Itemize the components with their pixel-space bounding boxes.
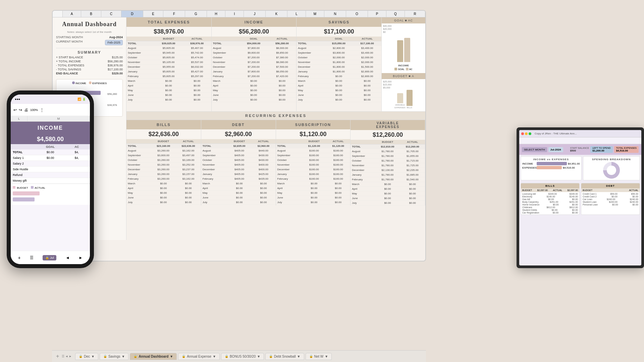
tab-debt-snowball[interactable]: 🔒 Debt Snowball ▼ bbox=[265, 353, 304, 360]
phone-total-row: TOTAL $0.00 $4, bbox=[11, 149, 90, 155]
income-header-row: GOAL ACTUAL bbox=[212, 37, 297, 41]
table-row: January$405.00$425.00 bbox=[201, 172, 276, 177]
actual-legend-label: ACTUAL bbox=[35, 186, 45, 189]
table-row: April$0.00$0.00 bbox=[351, 187, 425, 191]
inc-col2: ACTUAL bbox=[268, 37, 297, 41]
donut-hole bbox=[607, 166, 616, 175]
chart-legend: INCOME EXPENSES bbox=[58, 81, 120, 85]
close-button[interactable] bbox=[521, 132, 524, 135]
te-col1: BUDGET bbox=[154, 37, 183, 41]
table-row: July$0.00$0.00 bbox=[126, 98, 211, 102]
table-row: April$0.00$0.00 bbox=[276, 186, 351, 191]
col-n: N bbox=[324, 11, 346, 17]
bills-header: BILLS bbox=[126, 120, 201, 129]
phone-chart-area: BUDGET ACTUAL bbox=[11, 184, 90, 205]
expenses-legend: EXPENSES bbox=[89, 81, 107, 85]
tab-annual-expense[interactable]: 🔒 Annual Expense ▼ bbox=[178, 353, 220, 360]
sav-total-row: TOTAL $15,050.00 $17,100.00 bbox=[297, 41, 381, 46]
redo-icon[interactable]: ↪ bbox=[19, 108, 22, 112]
total-income-label: + TOTAL INCOME bbox=[56, 60, 81, 63]
table-row: January$160.00$160.00 bbox=[276, 172, 351, 177]
phone-col-headers: L M bbox=[11, 116, 90, 122]
total-savings-value: $17,100.00 bbox=[108, 68, 123, 71]
phone-toolbar: ↩ ↪ 🖨 100% ⋮ bbox=[11, 104, 90, 116]
lr-debt-header: DEBT bbox=[581, 183, 640, 188]
tab-lock-icon: 🔒 bbox=[309, 355, 313, 358]
tab-bonus[interactable]: 🔒 BONUS 50/30/20 ▼ bbox=[221, 353, 264, 360]
current-month-value[interactable]: Feb-2025 bbox=[105, 40, 123, 45]
table-row: June$0.00$0.00 bbox=[126, 195, 201, 200]
table-row: November$1,780.00$1,725.00 bbox=[351, 163, 425, 168]
battery-icon: 🔋 bbox=[82, 98, 86, 101]
table-row: June$0.00$0.00 bbox=[276, 195, 351, 200]
expenses-vs-bar bbox=[537, 166, 562, 169]
maximize-button[interactable] bbox=[529, 132, 531, 135]
tab-annual-expense-label: Annual Expense bbox=[187, 355, 211, 358]
phone-prev-icon[interactable]: ◄ bbox=[66, 255, 70, 260]
table-row: December$5,955.00$6,032.00 bbox=[126, 65, 211, 69]
table-row: March$0.00$0.00 bbox=[297, 79, 381, 83]
actual-legend-dot bbox=[31, 186, 34, 189]
minimize-button[interactable] bbox=[525, 132, 528, 135]
debt-table: BUDGET ACTUAL TOTAL $2,835.00 $2,960.00 bbox=[201, 139, 276, 205]
phone-time: ●●● bbox=[15, 98, 20, 101]
budget-chart-content: $25,000 $15,000 $5,000 VARIABLE EXPENSES bbox=[382, 79, 425, 111]
income-vs-bar bbox=[537, 162, 567, 165]
col-d[interactable]: D bbox=[121, 11, 143, 17]
col-o: O bbox=[346, 11, 368, 17]
starting-month-row: STARTING MONTH Aug-2024 bbox=[56, 36, 123, 39]
col-g: G bbox=[185, 11, 207, 17]
phone-next-icon[interactable]: ► bbox=[79, 255, 83, 260]
lr-bills-budget: BUDGET bbox=[522, 189, 532, 191]
start-balance-row: + START BALANCE $125.00 bbox=[56, 56, 123, 59]
right-laptop-mockup: Copy of JRen - THE Ultimate Ann... SELEC… bbox=[517, 127, 644, 268]
debt-panel: DEBT $2,960.00 BUDGET ACTUAL bbox=[201, 120, 276, 205]
table-row: July$0.00$0.00 bbox=[297, 98, 381, 102]
tab-annual-dashboard[interactable]: 🔒 Annual Dashboard ▼ bbox=[130, 353, 177, 360]
table-row: November$7,200.00$8,080.00 bbox=[212, 60, 297, 65]
income-bar-label: $56,280 bbox=[107, 93, 117, 96]
inc-total-row: TOTAL $54,000.00 $56,280.00 bbox=[212, 41, 297, 46]
list-item: Licensing bill$349.00$349.00 bbox=[522, 193, 578, 195]
table-row: October$160.00$160.00 bbox=[276, 158, 351, 163]
bills-header-row: BUDGET ACTUAL bbox=[126, 139, 201, 144]
more-icon[interactable]: ⋮ bbox=[40, 108, 44, 112]
month-value-box: Jul-2024 bbox=[548, 147, 563, 152]
starting-month-value: Aug-2024 bbox=[109, 36, 123, 39]
table-row: October$5,605.00$5,474.00 bbox=[126, 55, 211, 60]
table-row: August$1,780.00$1,705.00 bbox=[351, 149, 425, 154]
var-header-row: BUDGET ACTUAL bbox=[351, 140, 425, 144]
table-row: August$3,260.00$3,162.00 bbox=[126, 148, 201, 153]
goal-legend-color bbox=[394, 68, 397, 70]
phone-actual-bar bbox=[13, 197, 35, 201]
tab-dec[interactable]: 🔒 Dec ▼ bbox=[75, 353, 98, 360]
table-row: August$5,605.00$5,467.00 bbox=[126, 46, 211, 51]
phone-active-tab[interactable]: 🔒 Jul bbox=[43, 255, 57, 260]
budget-legend-label: BUDGET bbox=[17, 186, 28, 189]
list-item: Car Registration$0.00$0.00 bbox=[522, 212, 578, 214]
lr-bills-budget-val: $2,097.00 bbox=[537, 189, 548, 191]
recurring-expenses-grid: BILLS $22,636.00 BUDGET ACTUAL bbox=[126, 120, 425, 205]
table-row: September$3,800.00$3,400.00 bbox=[297, 51, 381, 55]
subscription-table: BUDGET ACTUAL TOTAL $1,120.00 $1,120.00 bbox=[276, 139, 351, 205]
phone-menu-icon[interactable]: ☰ bbox=[30, 255, 34, 260]
phone-add-icon[interactable]: + bbox=[18, 255, 21, 260]
table-row: December$405.00$400.00 bbox=[201, 167, 276, 172]
variable-table: BUDGET ACTUAL TOTAL $12,810.00 $12,260.0… bbox=[351, 140, 425, 205]
table-row: January$1,800.00$2,800.00 bbox=[297, 69, 381, 74]
income-vs-expenses-panel: INCOME vs EXPENSES INCOME $4,951.00 EXPE… bbox=[521, 156, 582, 180]
undo-icon[interactable]: ↩ bbox=[13, 108, 17, 112]
phone-salary2-goal bbox=[37, 161, 64, 166]
add-sheet-button[interactable]: + bbox=[55, 353, 60, 359]
lr-debt-actual-label: ACTUAL bbox=[629, 189, 638, 191]
variable-expenses-panel: VARIABLEEXPENSES $12,260.00 BUDGET ACTUA… bbox=[351, 120, 425, 205]
table-row: June$0.00$0.00 bbox=[212, 93, 297, 98]
tab-savings[interactable]: 🔒 Savings ▼ bbox=[100, 353, 128, 360]
bills-bar-item: BILLS bbox=[407, 90, 413, 109]
tab-lock-icon: 🔒 bbox=[182, 355, 185, 358]
table-row: July$0.00$0.00 bbox=[351, 201, 425, 205]
tab-net-worth[interactable]: 🔒 Net W ▼ bbox=[306, 353, 332, 360]
table-row: June$0.00$0.00 bbox=[297, 93, 381, 98]
print-icon[interactable]: 🖨 bbox=[24, 108, 28, 112]
col-f: F bbox=[163, 11, 185, 17]
